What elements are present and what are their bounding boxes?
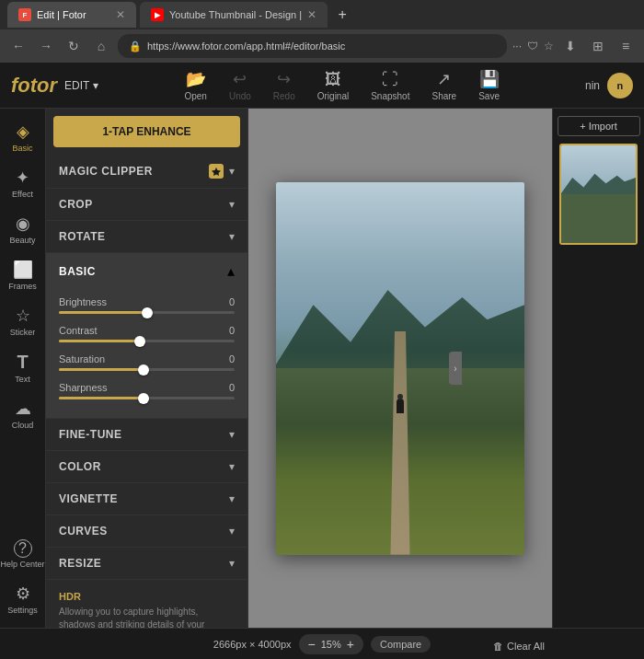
magic-clipper-item[interactable]: MAGIC CLIPPER ▾ bbox=[46, 155, 247, 189]
redo-button[interactable]: ↪ Redo bbox=[264, 65, 305, 105]
edit-label: EDIT bbox=[64, 79, 89, 92]
import-button[interactable]: + Import bbox=[558, 116, 640, 136]
brightness-track[interactable] bbox=[59, 311, 235, 314]
canvas-image bbox=[276, 182, 524, 555]
color-chevron: ▾ bbox=[229, 460, 235, 473]
browser-chrome: F Edit | Fotor ✕ ▶ Youtube Thumbnail - D… bbox=[0, 0, 644, 63]
photo-figure bbox=[397, 399, 404, 413]
sidebar-item-help[interactable]: ? Help Center bbox=[0, 534, 45, 574]
share-icon: ↗ bbox=[437, 69, 451, 89]
clear-all-label: Clear All bbox=[507, 641, 545, 652]
sidebar-sticker-label: Sticker bbox=[10, 328, 36, 337]
frames-icon: ⬜ bbox=[13, 260, 33, 280]
sidebar-item-settings[interactable]: ⚙ Settings bbox=[0, 578, 45, 620]
hdr-title: HDR bbox=[59, 591, 235, 602]
saturation-value: 0 bbox=[229, 353, 235, 364]
basic-chevron: ▴ bbox=[227, 262, 235, 280]
app: fotor EDIT ▾ 📂 Open ↩ Undo ↪ Redo 🖼 Orig… bbox=[0, 63, 644, 659]
hdr-section: HDR Allowing you to capture highlights, … bbox=[46, 580, 247, 628]
refresh-button[interactable]: ↻ bbox=[63, 35, 85, 57]
tool-panel: 1-TAP ENHANCE MAGIC CLIPPER ▾ CROP ▾ bbox=[46, 109, 248, 628]
brightness-value: 0 bbox=[229, 296, 235, 307]
top-bar: fotor EDIT ▾ 📂 Open ↩ Undo ↪ Redo 🖼 Orig… bbox=[0, 63, 644, 109]
tab-youtube[interactable]: ▶ Youtube Thumbnail - Design | ✕ bbox=[140, 2, 328, 28]
forward-button[interactable]: → bbox=[35, 35, 57, 57]
sidebar-item-effect[interactable]: ✦ Effect bbox=[0, 162, 45, 204]
resize-item[interactable]: RESIZE ▾ bbox=[46, 548, 247, 580]
settings-icon: ⚙ bbox=[16, 584, 30, 604]
image-thumbnail[interactable] bbox=[559, 144, 638, 245]
sidebar-item-basic[interactable]: ◈ Basic bbox=[0, 116, 45, 158]
fine-tune-chevron: ▾ bbox=[229, 428, 235, 441]
share-button[interactable]: ↗ Share bbox=[422, 65, 466, 105]
curves-item[interactable]: CURVES ▾ bbox=[46, 515, 247, 548]
crop-item[interactable]: CROP ▾ bbox=[46, 189, 247, 221]
brightness-thumb[interactable] bbox=[142, 307, 153, 318]
sidebar-item-beauty[interactable]: ◉ Beauty bbox=[0, 208, 45, 250]
tab-fotor[interactable]: F Edit | Fotor ✕ bbox=[7, 2, 136, 28]
sharpness-fill bbox=[59, 397, 144, 399]
vignette-item[interactable]: VIGNETTE ▾ bbox=[46, 483, 247, 515]
right-panel-collapse-button[interactable]: › bbox=[449, 352, 462, 385]
contrast-track[interactable] bbox=[59, 340, 235, 342]
compare-button[interactable]: Compare bbox=[371, 636, 431, 653]
browser-menu-icon[interactable]: ≡ bbox=[615, 35, 637, 57]
shield-icon[interactable]: 🛡 bbox=[527, 40, 538, 52]
user-avatar[interactable]: n bbox=[607, 73, 633, 98]
address-input[interactable]: 🔒 https://www.fotor.com/app.html#/editor… bbox=[118, 34, 507, 58]
zoom-controls: − 15% + bbox=[299, 634, 363, 654]
sharpness-track[interactable] bbox=[59, 397, 235, 399]
tab-grid-icon[interactable]: ⊞ bbox=[587, 35, 609, 57]
rotate-item[interactable]: ROTATE ▾ bbox=[46, 221, 247, 253]
color-item[interactable]: COLOR ▾ bbox=[46, 451, 247, 483]
snapshot-button[interactable]: ⛶ Snapshot bbox=[362, 66, 419, 105]
sidebar-item-cloud[interactable]: ☁ Cloud bbox=[0, 393, 45, 435]
saturation-thumb[interactable] bbox=[138, 364, 149, 376]
address-icons: ··· 🛡 ☆ bbox=[512, 40, 554, 52]
contrast-thumb[interactable] bbox=[134, 336, 145, 347]
canvas-area[interactable]: › bbox=[248, 109, 552, 628]
extensions-icon[interactable]: ··· bbox=[512, 40, 522, 52]
clear-all-button[interactable]: 🗑 Clear All bbox=[493, 641, 545, 652]
contrast-label: Contrast bbox=[59, 325, 98, 336]
edit-chevron-icon: ▾ bbox=[93, 79, 98, 92]
rotate-label: ROTATE bbox=[59, 230, 106, 243]
basic-header[interactable]: BASIC ▴ bbox=[46, 253, 247, 289]
sidebar-frames-label: Frames bbox=[8, 282, 37, 291]
color-label: COLOR bbox=[59, 460, 101, 473]
sidebar-item-sticker[interactable]: ☆ Sticker bbox=[0, 300, 45, 342]
hdr-description: Allowing you to capture highlights, shad… bbox=[59, 606, 235, 628]
user-initials: nin bbox=[585, 79, 600, 92]
fine-tune-label: FINE-TUNE bbox=[59, 428, 122, 441]
star-icon[interactable]: ☆ bbox=[544, 40, 554, 52]
magic-clipper-left: MAGIC CLIPPER bbox=[59, 165, 153, 178]
open-button[interactable]: 📂 Open bbox=[175, 65, 215, 105]
edit-menu[interactable]: EDIT ▾ bbox=[64, 79, 98, 92]
contrast-fill bbox=[59, 340, 140, 342]
back-button[interactable]: ← bbox=[7, 35, 29, 57]
zoom-in-button[interactable]: + bbox=[347, 637, 354, 652]
original-button[interactable]: 🖼 Original bbox=[308, 66, 358, 105]
download-icon[interactable]: ⬇ bbox=[559, 35, 581, 57]
share-label: Share bbox=[431, 91, 456, 101]
sidebar-item-frames[interactable]: ⬜ Frames bbox=[0, 254, 45, 296]
sidebar-basic-label: Basic bbox=[12, 144, 32, 153]
sharpness-thumb[interactable] bbox=[138, 393, 149, 404]
saturation-slider-row: Saturation 0 bbox=[59, 353, 235, 371]
saturation-track[interactable] bbox=[59, 368, 235, 371]
vignette-chevron: ▾ bbox=[229, 492, 235, 505]
tab-close-yt[interactable]: ✕ bbox=[307, 8, 316, 21]
fine-tune-item[interactable]: FINE-TUNE ▾ bbox=[46, 419, 247, 451]
home-button[interactable]: ⌂ bbox=[90, 35, 112, 57]
save-button[interactable]: 💾 Save bbox=[469, 65, 509, 105]
tab-close-fotor[interactable]: ✕ bbox=[116, 8, 125, 21]
sidebar-item-text[interactable]: T Text bbox=[0, 346, 45, 389]
contrast-value: 0 bbox=[229, 325, 235, 336]
saturation-header: Saturation 0 bbox=[59, 353, 235, 364]
resize-label: RESIZE bbox=[59, 557, 101, 570]
new-tab-button[interactable]: + bbox=[331, 4, 353, 26]
zoom-out-button[interactable]: − bbox=[308, 637, 316, 652]
right-panel: + Import bbox=[552, 109, 644, 628]
enhance-button[interactable]: 1-TAP ENHANCE bbox=[53, 116, 240, 147]
undo-button[interactable]: ↩ Undo bbox=[220, 65, 260, 105]
